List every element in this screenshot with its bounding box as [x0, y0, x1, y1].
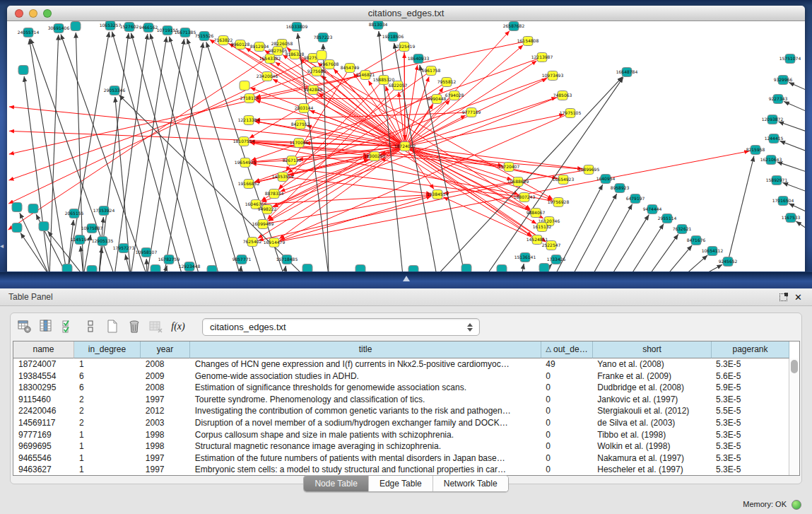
cell-pagerank[interactable]: 5.3E-5 [711, 440, 789, 452]
graph-node-teal[interactable] [408, 266, 418, 272]
citation-edge[interactable] [666, 245, 692, 271]
column-header-name[interactable]: name [13, 341, 74, 358]
cell-out_de[interactable]: 0 [541, 429, 592, 441]
table-selector-dropdown[interactable]: citations_edges.txt [202, 318, 480, 336]
column-header-in_degree[interactable]: in_degree [74, 341, 141, 358]
citation-edge[interactable] [630, 224, 664, 271]
selection-mode-button[interactable] [83, 319, 98, 334]
table-row[interactable]: 946362711997Embryonic stem cells: a mode… [13, 464, 789, 476]
cell-in_degree[interactable]: 2 [74, 417, 141, 429]
graph-node-teal[interactable] [39, 222, 49, 231]
citation-edge[interactable] [256, 194, 431, 204]
citation-edge[interactable] [252, 163, 524, 197]
function-builder-button[interactable]: f(x) [170, 319, 186, 334]
cell-title[interactable]: Structural magnetic resonance image aver… [190, 440, 541, 452]
cell-short[interactable]: Nakamura et al. (1997) [592, 452, 711, 465]
table-row[interactable]: 946554611997Estimation of the future num… [13, 452, 789, 465]
graph-node-teal[interactable] [497, 265, 507, 272]
memory-status-indicator[interactable] [792, 500, 801, 510]
cell-name[interactable]: 9465546 [13, 452, 74, 465]
citation-edge[interactable] [273, 95, 563, 207]
citation-edge[interactable] [778, 122, 805, 133]
graph-node-teal[interactable] [12, 203, 22, 212]
cell-year[interactable]: 1997 [141, 464, 190, 476]
panel-collapse-arrow-icon[interactable]: ◂ [0, 242, 4, 250]
cell-short[interactable]: Tibbo et al. (1998) [592, 429, 711, 441]
cell-pagerank[interactable]: 5.3E-5 [711, 464, 789, 476]
cell-in_degree[interactable]: 1 [74, 464, 141, 476]
cell-name[interactable]: 9115460 [13, 394, 74, 406]
cell-year[interactable]: 1998 [141, 429, 190, 441]
cell-out_de[interactable]: 49 [541, 358, 592, 370]
cell-out_de[interactable]: 0 [541, 382, 592, 394]
cell-year[interactable]: 1998 [141, 440, 190, 452]
graph-node-teal[interactable] [18, 66, 28, 75]
cell-title[interactable]: Genome-wide association studies in ADHD. [190, 370, 541, 382]
citation-edge[interactable] [319, 93, 405, 146]
table-mode-button[interactable] [17, 319, 33, 334]
citation-edge[interactable] [114, 34, 148, 271]
network-window-titlebar[interactable]: citations_edges.txt [7, 6, 805, 21]
citation-edge[interactable] [684, 255, 707, 271]
column-header-year[interactable]: year [141, 341, 190, 358]
cell-name[interactable]: 9463627 [13, 464, 74, 476]
tab-edge-table[interactable]: Edge Table [369, 476, 433, 491]
table-row[interactable]: 1938455462009Genome-wide association stu… [13, 370, 789, 382]
table-row[interactable]: 969969511998Structural magnetic resonanc… [13, 440, 789, 452]
network-canvas[interactable]: 1872400771638228960128891293428226058982… [7, 21, 805, 271]
cell-title[interactable]: Tourette syndrome. Phenomenology and cla… [190, 394, 541, 406]
graph-node-teal[interactable] [62, 264, 72, 272]
graph-node-teal[interactable] [12, 223, 22, 233]
cell-year[interactable]: 2012 [141, 405, 190, 417]
cell-pagerank[interactable]: 5.6E-5 [711, 370, 789, 382]
cell-name[interactable]: 9777169 [13, 429, 74, 441]
delete-columns-button[interactable] [126, 319, 142, 334]
citation-edge[interactable] [131, 33, 199, 271]
citation-edge[interactable] [796, 221, 805, 231]
citation-edge[interactable] [259, 182, 518, 240]
table-row[interactable]: 2242004622012Investigating the contribut… [13, 405, 789, 417]
cell-in_degree[interactable]: 1 [74, 440, 141, 452]
citation-edge[interactable] [49, 35, 59, 271]
cell-year[interactable]: 1997 [141, 394, 190, 406]
citation-edge[interactable] [405, 146, 512, 180]
cell-in_degree[interactable]: 6 [74, 370, 141, 382]
cell-pagerank[interactable]: 5.3E-5 [711, 452, 789, 465]
graph-node-teal[interactable] [207, 266, 217, 272]
cell-title[interactable]: Investigating the contribution of common… [190, 405, 541, 417]
citation-edge[interactable] [146, 259, 147, 271]
graph-node-teal[interactable] [539, 264, 549, 272]
cell-name[interactable]: 14569117 [13, 417, 74, 429]
table-row[interactable]: 1456911722003Disruption of a novel membe… [13, 417, 789, 429]
create-column-button[interactable] [105, 319, 120, 334]
cell-out_de[interactable]: 0 [541, 464, 592, 476]
citation-edge[interactable] [777, 162, 805, 173]
citation-edge[interactable] [702, 264, 722, 271]
cell-short[interactable]: Dudbridge et al. (2008) [592, 382, 711, 394]
citation-edge[interactable] [611, 215, 649, 271]
cell-short[interactable]: de Silva et al. (2003) [592, 417, 711, 429]
graph-node-teal[interactable] [87, 266, 97, 272]
citation-edge[interactable] [572, 194, 617, 271]
citation-edge[interactable] [404, 47, 405, 140]
close-panel-icon[interactable]: ✕ [794, 293, 802, 301]
table-row[interactable]: 1872400712008Changes of HCN gene express… [13, 358, 789, 370]
citation-edge[interactable] [99, 33, 129, 271]
citation-edge[interactable] [164, 42, 204, 271]
graph-node-teal[interactable] [151, 265, 160, 272]
cell-short[interactable]: Hescheler et al. (1997) [592, 464, 711, 476]
citation-edge[interactable] [782, 182, 805, 193]
cell-short[interactable]: Jankovic et al. (1997) [592, 394, 711, 406]
graph-node-yellow[interactable] [317, 51, 326, 60]
cell-name[interactable]: 18724007 [13, 358, 74, 370]
citation-edge[interactable] [256, 98, 437, 99]
cell-pagerank[interactable]: 5.3E-5 [711, 417, 789, 429]
cell-out_de[interactable]: 0 [541, 370, 592, 382]
cell-short[interactable]: Yano et al. (2008) [592, 358, 711, 370]
cell-short[interactable]: Wolkin et al. (1998) [592, 440, 711, 452]
citation-edge[interactable] [240, 266, 241, 271]
citation-edge[interactable] [112, 32, 182, 271]
column-header-title[interactable]: title [190, 341, 541, 358]
cell-year[interactable]: 1997 [141, 452, 190, 465]
citation-edge[interactable] [592, 204, 632, 271]
